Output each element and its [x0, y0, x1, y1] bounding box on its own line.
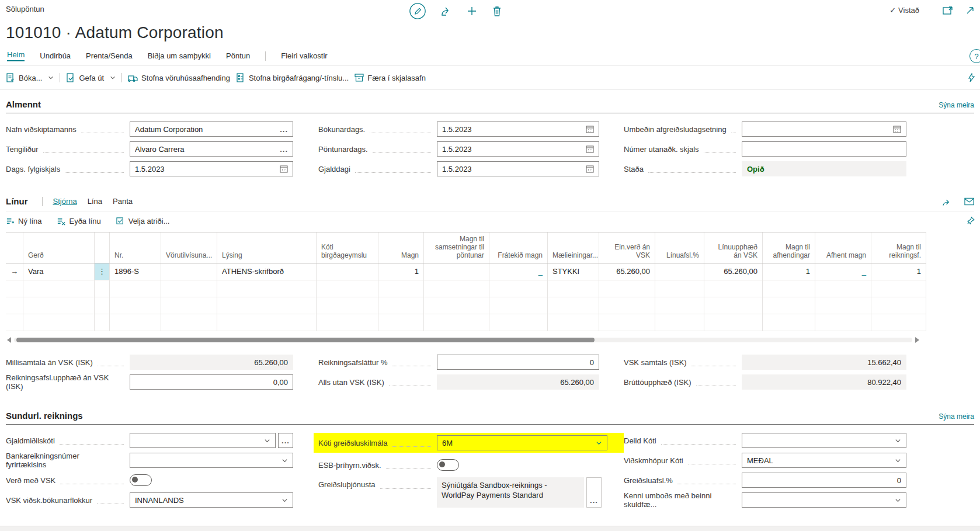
due-date-value[interactable]	[442, 165, 582, 173]
due-date-input[interactable]	[437, 161, 599, 176]
tab-prenta-senda[interactable]: Prenta/Senda	[86, 51, 133, 61]
row-menu-icon[interactable]	[95, 297, 110, 314]
lines-column-header[interactable]: Kóti birgðageymslu	[317, 232, 378, 263]
calendar-icon[interactable]	[582, 145, 594, 153]
share-icon[interactable]	[440, 5, 452, 17]
lines-cell[interactable]	[317, 280, 378, 297]
lines-menu-stjorna[interactable]: Stjórna	[53, 197, 77, 206]
lines-cell[interactable]	[489, 280, 548, 297]
lines-cell[interactable]	[704, 280, 763, 297]
lines-column-header[interactable]: Línuupphæð án VSK	[704, 232, 763, 263]
chevron-down-icon[interactable]	[282, 497, 288, 504]
lines-cell[interactable]	[161, 314, 217, 331]
posting-date-value[interactable]	[442, 125, 582, 134]
invoice-discount-pct-input[interactable]	[437, 355, 599, 370]
lines-column-header[interactable]: Gerð	[23, 232, 95, 263]
lines-cell[interactable]	[548, 297, 599, 314]
lines-cell[interactable]: 1	[871, 263, 926, 280]
prices-incl-vat-toggle[interactable]	[130, 474, 152, 486]
row-menu-icon[interactable]	[95, 314, 110, 331]
lines-cell[interactable]	[317, 297, 378, 314]
lines-cell[interactable]	[161, 280, 217, 297]
delete-line-button[interactable]: Eyða línu	[57, 217, 100, 225]
lines-cell[interactable]	[110, 280, 161, 297]
share-icon[interactable]	[941, 197, 951, 209]
chevron-down-icon[interactable]	[596, 440, 602, 446]
row-select-arrow-icon[interactable]	[6, 297, 23, 314]
payment-discount-pct-input[interactable]	[742, 473, 906, 488]
lines-cell[interactable]	[871, 314, 926, 331]
lines-cell[interactable]	[704, 297, 763, 314]
create-warehouse-shipment-button[interactable]: Stofna vöruhúsaafhending	[128, 73, 230, 82]
lines-cell[interactable]: ATHENS-skrifborð	[217, 263, 317, 280]
lines-cell[interactable]	[763, 297, 815, 314]
lines-column-header[interactable]: Lýsing	[217, 232, 317, 263]
edit-icon[interactable]	[409, 2, 426, 20]
lines-column-header[interactable]: Magn til afhendingar	[763, 232, 815, 263]
lines-cell[interactable]	[378, 297, 424, 314]
lines-cell[interactable]	[599, 314, 655, 331]
lines-column-header[interactable]: Mælieiningar...	[548, 232, 599, 263]
ellipsis-icon[interactable]: ...	[276, 125, 288, 134]
lines-cell[interactable]	[655, 280, 704, 297]
lines-cell[interactable]	[217, 280, 317, 297]
lines-cell[interactable]	[489, 297, 548, 314]
document-date-value[interactable]	[135, 165, 276, 173]
invoice-discount-amount-value[interactable]	[135, 378, 288, 387]
customer-name-input[interactable]: ...	[130, 122, 293, 137]
lines-cell[interactable]	[815, 297, 871, 314]
lines-cell[interactable]	[317, 314, 378, 331]
lines-cell[interactable]	[871, 280, 926, 297]
lines-cell[interactable]	[548, 314, 599, 331]
lines-cell[interactable]: 1	[763, 263, 815, 280]
tab-bidja-um-samthykki[interactable]: Biðja um samþykki	[148, 51, 211, 61]
help-icon[interactable]: ?	[969, 49, 980, 63]
invoice-details-show-more[interactable]: Sýna meira	[939, 412, 974, 421]
eu-3party-trade-toggle[interactable]	[437, 459, 459, 471]
resize-icon[interactable]	[966, 6, 974, 17]
lines-cell[interactable]	[23, 280, 95, 297]
lines-column-header[interactable]: Línuafsl.%	[655, 232, 704, 263]
tab-heim[interactable]: Heim	[7, 50, 25, 61]
ellipsis-icon[interactable]: ...	[276, 145, 288, 154]
scrollbar-thumb[interactable]	[16, 338, 595, 342]
lines-menu-lina[interactable]: Lína	[88, 197, 102, 206]
posting-date-input[interactable]	[437, 122, 599, 137]
lines-cell[interactable]	[110, 297, 161, 314]
lines-column-header[interactable]: Magn	[378, 232, 424, 263]
release-button[interactable]: Gefa út	[66, 73, 104, 82]
contact-input[interactable]: ...	[130, 141, 293, 157]
lines-cell[interactable]: 65.260,00	[704, 263, 763, 280]
lines-cell[interactable]	[655, 263, 704, 280]
lines-menu-panta[interactable]: Panta	[113, 197, 133, 206]
lines-cell[interactable]	[161, 297, 217, 314]
scroll-right-arrow-icon[interactable]	[915, 337, 919, 343]
lines-cell[interactable]	[161, 263, 217, 280]
invoice-discount-amount-input[interactable]	[130, 374, 293, 390]
lines-cell[interactable]	[378, 280, 424, 297]
payment-terms-dropdown[interactable]: 6M	[437, 435, 607, 450]
direct-debit-mandate-dropdown[interactable]	[742, 492, 906, 508]
payment-discount-pct-value[interactable]	[747, 476, 901, 485]
requested-delivery-date-value[interactable]	[747, 125, 889, 134]
customer-name-value[interactable]	[135, 125, 276, 134]
lines-cell[interactable]: _	[815, 263, 871, 280]
post-button[interactable]: Bóka...	[6, 73, 42, 82]
lines-cell[interactable]	[23, 297, 95, 314]
lines-cell[interactable]	[317, 263, 378, 280]
lines-column-header[interactable]: Frátekið magn	[489, 232, 548, 263]
lines-cell[interactable]	[655, 297, 704, 314]
add-icon[interactable]	[466, 5, 478, 17]
ellipsis-button[interactable]: ...	[586, 477, 602, 508]
lines-cell[interactable]	[871, 297, 926, 314]
lines-column-header[interactable]: Vörutilvísuna...	[161, 232, 217, 263]
lines-cell[interactable]	[599, 297, 655, 314]
chevron-down-icon[interactable]	[48, 75, 54, 81]
row-select-arrow-icon[interactable]	[6, 280, 23, 297]
chevron-down-icon[interactable]	[895, 438, 901, 444]
lines-cell[interactable]	[217, 297, 317, 314]
customer-posting-group-dropdown[interactable]: MEÐAL	[742, 453, 906, 468]
lines-cell[interactable]	[548, 280, 599, 297]
external-doc-no-input[interactable]	[742, 141, 906, 157]
pin-icon[interactable]	[967, 216, 975, 227]
